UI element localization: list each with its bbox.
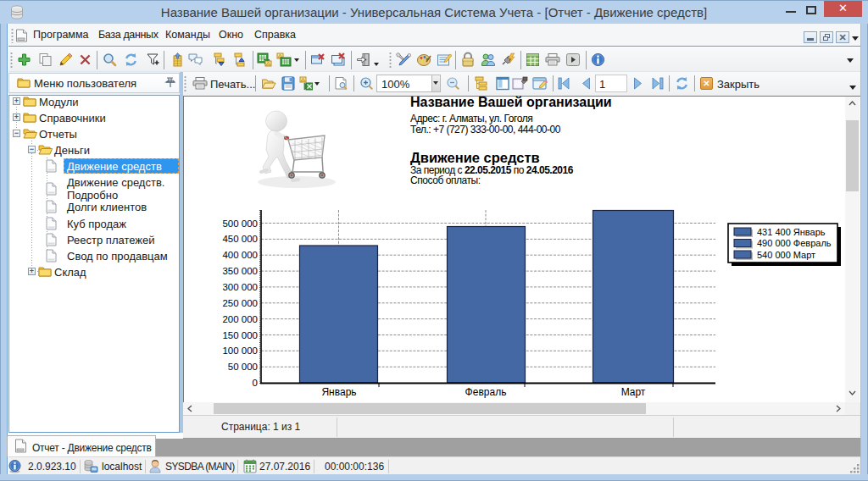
svg-text:150 000: 150 000 [222, 330, 258, 340]
svg-text:500 000: 500 000 [222, 218, 258, 229]
svg-text:Март: Март [621, 386, 646, 398]
svg-text:Февраль: Февраль [465, 386, 507, 398]
svg-text:490 000 Февраль: 490 000 Февраль [757, 238, 832, 248]
svg-text:431 400 Январь: 431 400 Январь [757, 227, 826, 237]
svg-text:Январь: Январь [321, 386, 356, 398]
svg-text:50 000: 50 000 [228, 362, 258, 372]
svg-text:540 000 Март: 540 000 Март [757, 250, 815, 260]
svg-text:250 000: 250 000 [222, 298, 258, 308]
svg-text:200 000: 200 000 [222, 314, 258, 324]
svg-text:100 000: 100 000 [222, 346, 258, 356]
svg-text:400 000: 400 000 [222, 250, 258, 260]
svg-text:450 000: 450 000 [222, 234, 258, 244]
svg-text:350 000: 350 000 [222, 266, 258, 276]
svg-text:0: 0 [253, 378, 258, 388]
svg-text:300 000: 300 000 [222, 282, 258, 292]
